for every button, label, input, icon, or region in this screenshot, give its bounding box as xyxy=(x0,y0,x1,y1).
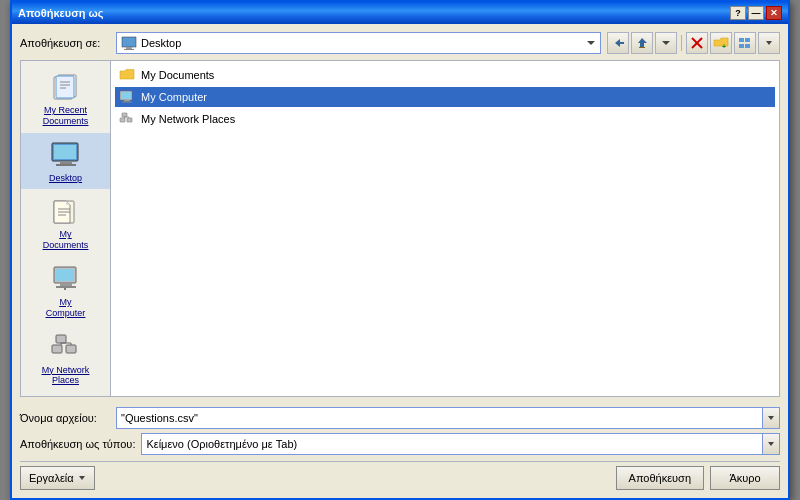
svg-rect-18 xyxy=(54,145,76,159)
svg-rect-41 xyxy=(127,118,132,122)
location-value: Desktop xyxy=(141,37,582,49)
bottom-buttons-row: Εργαλεία Αποθήκευση Άκυρο xyxy=(20,461,780,490)
sidebar-item-recent[interactable]: My RecentDocuments xyxy=(21,65,110,133)
svg-rect-28 xyxy=(56,286,76,288)
sidebar: My RecentDocuments Desktop xyxy=(21,61,111,396)
svg-rect-37 xyxy=(121,92,131,99)
computer-file-icon xyxy=(119,89,135,105)
svg-rect-20 xyxy=(56,164,76,166)
views-button[interactable] xyxy=(734,32,756,54)
sidebar-item-documents[interactable]: MyDocuments xyxy=(21,189,110,257)
svg-rect-8 xyxy=(745,38,750,42)
views-dropdown-button[interactable] xyxy=(758,32,780,54)
svg-text:+: + xyxy=(722,43,726,50)
filetype-input[interactable] xyxy=(141,433,780,455)
svg-rect-26 xyxy=(56,269,74,281)
sidebar-item-desktop[interactable]: Desktop xyxy=(21,133,110,190)
back-button[interactable] xyxy=(607,32,629,54)
title-bar: Αποθήκευση ως ? — ✕ xyxy=(12,2,788,24)
save-button[interactable]: Αποθήκευση xyxy=(616,466,704,490)
location-label: Αποθήκευση σε: xyxy=(20,37,110,49)
network-sidebar-icon xyxy=(50,331,82,363)
desktop-icon xyxy=(121,35,137,51)
documents-sidebar-icon xyxy=(50,195,82,227)
documents-label: MyDocuments xyxy=(43,229,89,251)
network-label: My NetworkPlaces xyxy=(42,365,90,387)
file-item-my-documents-label: My Documents xyxy=(141,69,214,81)
svg-rect-13 xyxy=(56,76,74,98)
filename-row: Όνομα αρχείου: xyxy=(20,407,780,429)
svg-rect-40 xyxy=(122,113,127,117)
recent-label: My RecentDocuments xyxy=(43,105,89,127)
save-as-dialog: Αποθήκευση ως ? — ✕ Αποθήκευση σε: Deskt… xyxy=(10,0,790,500)
sidebar-item-computer[interactable]: MyComputer xyxy=(21,257,110,325)
folder-icon xyxy=(119,67,135,83)
help-button[interactable]: ? xyxy=(730,6,746,20)
toolbar-row: Αποθήκευση σε: Desktop xyxy=(20,32,780,54)
svg-rect-19 xyxy=(60,161,72,164)
network-file-icon xyxy=(119,111,135,127)
recent-icon xyxy=(50,71,82,103)
svg-point-29 xyxy=(64,288,66,290)
tools-button[interactable]: Εργαλεία xyxy=(20,466,95,490)
location-dropdown-arrow xyxy=(586,38,596,48)
filetype-label: Αποθήκευση ως τύπου: xyxy=(20,438,135,450)
computer-sidebar-icon xyxy=(50,263,82,295)
file-list: My Documents My Computer xyxy=(111,61,779,396)
svg-rect-9 xyxy=(739,44,744,48)
computer-label: MyComputer xyxy=(46,297,86,319)
dialog-body: Αποθήκευση σε: Desktop xyxy=(12,24,788,498)
filetype-row: Αποθήκευση ως τύπου: xyxy=(20,433,780,455)
svg-rect-32 xyxy=(52,345,62,353)
dialog-title: Αποθήκευση ως xyxy=(18,7,104,19)
svg-rect-2 xyxy=(124,49,134,50)
tools-arrow-icon xyxy=(78,474,86,482)
action-buttons: Αποθήκευση Άκυρο xyxy=(616,466,780,490)
filename-dropdown-arrow[interactable] xyxy=(762,407,780,429)
svg-rect-39 xyxy=(122,101,132,102)
filename-input[interactable] xyxy=(116,407,780,429)
close-button[interactable]: ✕ xyxy=(766,6,782,20)
svg-rect-27 xyxy=(60,283,72,286)
file-item-my-computer[interactable]: My Computer xyxy=(115,87,775,107)
filetype-dropdown-arrow[interactable] xyxy=(762,433,780,455)
svg-rect-7 xyxy=(739,38,744,42)
sidebar-item-network[interactable]: My NetworkPlaces xyxy=(21,325,110,393)
up-button[interactable] xyxy=(631,32,653,54)
toolbar-buttons: + xyxy=(607,32,780,54)
bottom-section: Όνομα αρχείου: Αποθήκευση ως τύπου: xyxy=(20,403,780,490)
cancel-button[interactable]: Άκυρο xyxy=(710,466,780,490)
file-item-my-computer-label: My Computer xyxy=(141,91,207,103)
content-area: My RecentDocuments Desktop xyxy=(20,60,780,397)
location-dropdown[interactable]: Desktop xyxy=(116,32,601,54)
title-bar-buttons: ? — ✕ xyxy=(730,6,782,20)
svg-rect-38 xyxy=(124,100,130,102)
file-item-my-network-label: My Network Places xyxy=(141,113,235,125)
svg-rect-31 xyxy=(66,345,76,353)
svg-rect-3 xyxy=(639,47,645,48)
delete-button[interactable] xyxy=(686,32,708,54)
minimize-button[interactable]: — xyxy=(748,6,764,20)
filename-label: Όνομα αρχείου: xyxy=(20,412,110,424)
svg-rect-10 xyxy=(745,44,750,48)
dropdown-button[interactable] xyxy=(655,32,677,54)
svg-rect-1 xyxy=(126,47,132,49)
separator xyxy=(681,35,682,51)
desktop-label: Desktop xyxy=(49,173,82,184)
desktop-sidebar-icon xyxy=(50,139,82,171)
file-item-my-network[interactable]: My Network Places xyxy=(115,109,775,129)
file-item-my-documents[interactable]: My Documents xyxy=(115,65,775,85)
tools-label: Εργαλεία xyxy=(29,472,74,484)
svg-rect-0 xyxy=(122,37,136,47)
svg-rect-30 xyxy=(56,335,66,343)
svg-rect-42 xyxy=(120,118,125,122)
new-folder-button[interactable]: + xyxy=(710,32,732,54)
